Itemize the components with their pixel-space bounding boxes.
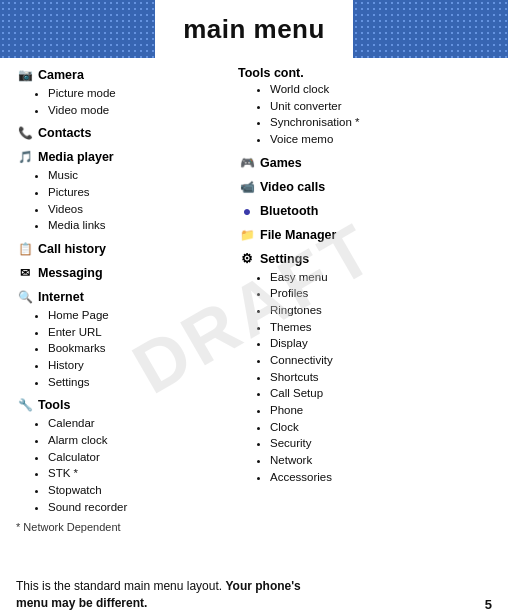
- list-item: History: [48, 357, 222, 374]
- section-games: Games: [238, 154, 492, 172]
- section-tools: Tools Calendar Alarm clock Calculator ST…: [16, 396, 222, 515]
- list-item: Media links: [48, 217, 222, 234]
- list-item: World clock: [270, 81, 492, 98]
- messaging-title: Messaging: [16, 264, 222, 282]
- section-contacts: Contacts: [16, 124, 222, 142]
- list-item: Ringtones: [270, 302, 492, 319]
- section-video-calls: Video calls: [238, 178, 492, 196]
- section-call-history: Call history: [16, 240, 222, 258]
- list-item: STK *: [48, 465, 222, 482]
- list-item: Accessories: [270, 469, 492, 486]
- tools-icon: [16, 396, 34, 414]
- file-manager-title: File Manager: [238, 226, 492, 244]
- internet-items: Home Page Enter URL Bookmarks History Se…: [16, 307, 222, 390]
- list-item: Calendar: [48, 415, 222, 432]
- list-item: Home Page: [48, 307, 222, 324]
- contacts-icon: [16, 124, 34, 142]
- list-item: Enter URL: [48, 324, 222, 341]
- footer-text: This is the standard main menu layout. Y…: [16, 578, 316, 612]
- main-content: Camera Picture mode Video mode Contacts …: [0, 58, 508, 616]
- list-item: Synchronisation *: [270, 114, 492, 131]
- list-item: Pictures: [48, 184, 222, 201]
- network-note: * Network Dependent: [16, 521, 222, 533]
- list-item: Stopwatch: [48, 482, 222, 499]
- section-messaging: Messaging: [16, 264, 222, 282]
- tools-cont-items: World clock Unit converter Synchronisati…: [238, 81, 492, 148]
- games-title: Games: [238, 154, 492, 172]
- video-calls-title: Video calls: [238, 178, 492, 196]
- media-items: Music Pictures Videos Media links: [16, 167, 222, 234]
- list-item: Music: [48, 167, 222, 184]
- two-column-layout: Camera Picture mode Video mode Contacts …: [16, 66, 492, 572]
- camera-items: Picture mode Video mode: [16, 85, 222, 118]
- games-icon: [238, 154, 256, 172]
- section-internet: Internet Home Page Enter URL Bookmarks H…: [16, 288, 222, 390]
- camera-icon: [16, 66, 34, 84]
- internet-title: Internet: [16, 288, 222, 306]
- messaging-icon: [16, 264, 34, 282]
- list-item: Call Setup: [270, 385, 492, 402]
- list-item: Picture mode: [48, 85, 222, 102]
- list-item: Profiles: [270, 285, 492, 302]
- list-item: Security: [270, 435, 492, 452]
- file-manager-icon: [238, 226, 256, 244]
- list-item: Calculator: [48, 449, 222, 466]
- tools-cont-title: Tools cont.: [238, 66, 492, 80]
- list-item: Bookmarks: [48, 340, 222, 357]
- list-item: Shortcuts: [270, 369, 492, 386]
- left-column: Camera Picture mode Video mode Contacts …: [16, 66, 226, 572]
- list-item: Connectivity: [270, 352, 492, 369]
- list-item: Alarm clock: [48, 432, 222, 449]
- list-item: Phone: [270, 402, 492, 419]
- media-player-title: Media player: [16, 148, 222, 166]
- page-number: 5: [485, 597, 492, 612]
- list-item: Unit converter: [270, 98, 492, 115]
- section-camera: Camera Picture mode Video mode: [16, 66, 222, 118]
- section-media-player: Media player Music Pictures Videos Media…: [16, 148, 222, 234]
- camera-title: Camera: [16, 66, 222, 84]
- footer-normal-text: This is the standard main menu layout.: [16, 579, 225, 593]
- settings-title: Settings: [238, 250, 492, 268]
- settings-icon: [238, 250, 256, 268]
- right-column: Tools cont. World clock Unit converter S…: [230, 66, 492, 572]
- media-icon: [16, 148, 34, 166]
- list-item: Settings: [48, 374, 222, 391]
- video-calls-icon: [238, 178, 256, 196]
- list-item: Network: [270, 452, 492, 469]
- page-title: main menu: [183, 14, 325, 45]
- bluetooth-title: Bluetooth: [238, 202, 492, 220]
- list-item: Sound recorder: [48, 499, 222, 516]
- call-history-title: Call history: [16, 240, 222, 258]
- bluetooth-icon: [238, 202, 256, 220]
- section-bluetooth: Bluetooth: [238, 202, 492, 220]
- list-item: Video mode: [48, 102, 222, 119]
- tools-items: Calendar Alarm clock Calculator STK * St…: [16, 415, 222, 515]
- list-item: Display: [270, 335, 492, 352]
- header-decoration-left: [0, 0, 155, 58]
- list-item: Clock: [270, 419, 492, 436]
- list-item: Themes: [270, 319, 492, 336]
- header-decoration-right: [353, 0, 508, 58]
- footer: This is the standard main menu layout. Y…: [16, 578, 492, 612]
- section-file-manager: File Manager: [238, 226, 492, 244]
- tools-title: Tools: [16, 396, 222, 414]
- list-item: Videos: [48, 201, 222, 218]
- list-item: Voice memo: [270, 131, 492, 148]
- settings-items: Easy menu Profiles Ringtones Themes Disp…: [238, 269, 492, 486]
- section-tools-cont: Tools cont. World clock Unit converter S…: [238, 66, 492, 148]
- list-item: Easy menu: [270, 269, 492, 286]
- internet-icon: [16, 288, 34, 306]
- section-settings: Settings Easy menu Profiles Ringtones Th…: [238, 250, 492, 486]
- call-history-icon: [16, 240, 34, 258]
- page-header: main menu: [0, 0, 508, 58]
- contacts-title: Contacts: [16, 124, 222, 142]
